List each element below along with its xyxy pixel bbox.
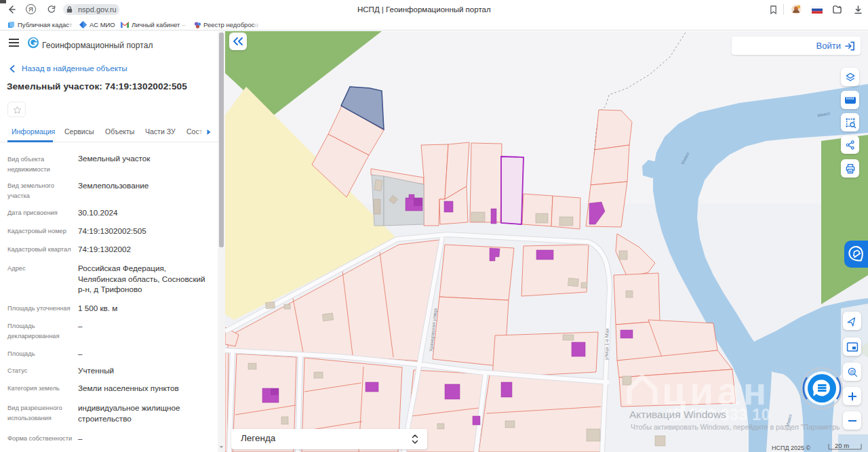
svg-text:НСПД 2025 ©: НСПД 2025 © (772, 445, 811, 451)
svg-text:@: @ (849, 369, 854, 374)
svg-text:Чтобы активировать Windows, пе: Чтобы активировать Windows, перейдите в … (631, 423, 846, 431)
svg-text:20 m: 20 m (835, 442, 849, 449)
svg-text:Активация Windows: Активация Windows (629, 409, 726, 420)
